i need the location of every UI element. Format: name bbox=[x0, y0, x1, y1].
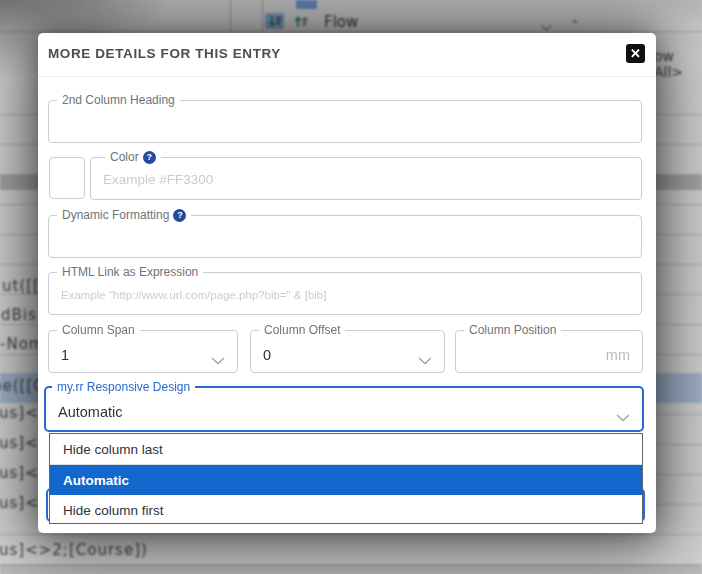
responsive-design-option-list: Hide column last Automatic Hide column f… bbox=[49, 433, 643, 524]
more-details-dialog: MORE DETAILS FOR THIS ENTRY ✕ 2nd Column… bbox=[38, 33, 656, 533]
field-label: Column Offset bbox=[259, 323, 345, 337]
option-automatic-selected[interactable]: Automatic bbox=[50, 465, 642, 495]
html-link-field: HTML Link as Expression bbox=[48, 272, 642, 315]
second-column-heading-field: 2nd Column Heading bbox=[48, 100, 642, 143]
responsive-design-select[interactable]: my.rr Responsive Design Automatic bbox=[44, 386, 644, 432]
option-hide-column-first[interactable]: Hide column first bbox=[50, 495, 642, 525]
responsive-design-value: Automatic bbox=[58, 388, 122, 433]
column-offset-value: 0 bbox=[263, 331, 271, 375]
html-link-input[interactable] bbox=[59, 275, 631, 314]
column-title: Flow bbox=[324, 13, 358, 31]
close-button[interactable]: ✕ bbox=[626, 44, 645, 63]
dynamic-formatting-field: Dynamic Formatting ? bbox=[48, 215, 642, 258]
chevron-down-icon bbox=[616, 408, 630, 426]
column-offset-select[interactable]: Column Offset 0 bbox=[250, 330, 445, 373]
dynamic-formatting-input[interactable] bbox=[59, 218, 631, 257]
chevron-down-icon bbox=[211, 351, 225, 369]
color-swatch[interactable] bbox=[49, 157, 85, 199]
column-position-field: Column Position mm bbox=[455, 330, 643, 373]
field-label: Column Span bbox=[57, 323, 140, 337]
table-footer-band bbox=[0, 565, 702, 574]
cell-value: - bbox=[572, 12, 577, 30]
header-divider bbox=[38, 76, 656, 77]
column-divider bbox=[230, 0, 231, 31]
option-hide-column-last[interactable]: Hide column last bbox=[50, 434, 642, 465]
dialog-title: MORE DETAILS FOR THIS ENTRY bbox=[48, 46, 281, 61]
second-column-heading-input[interactable] bbox=[59, 103, 631, 142]
column-position-input[interactable] bbox=[466, 333, 602, 372]
row-text-fragment: dBis bbox=[1, 306, 37, 324]
close-icon: ✕ bbox=[630, 47, 641, 60]
column-span-value: 1 bbox=[61, 331, 69, 375]
column-divider bbox=[262, 0, 263, 31]
color-input[interactable] bbox=[101, 160, 631, 199]
chevron-down-icon bbox=[418, 351, 432, 369]
table-header-row: Flow - bbox=[0, 0, 702, 32]
row-text-fragment: us]<>2;[Course]) bbox=[0, 541, 148, 559]
column-span-select[interactable]: Column Span 1 bbox=[48, 330, 238, 373]
toolbar-button-fragment bbox=[296, 0, 317, 9]
color-field: Color ? bbox=[90, 157, 642, 200]
screen: Flow - ow All> ut([[Cla dBis -Noms pe([[… bbox=[0, 0, 702, 574]
sort-descending-icon bbox=[265, 13, 284, 29]
show-all-link-fragment: ow All> bbox=[654, 48, 702, 80]
unit-suffix: mm bbox=[606, 331, 630, 375]
sort-ascending-icon bbox=[291, 13, 310, 29]
